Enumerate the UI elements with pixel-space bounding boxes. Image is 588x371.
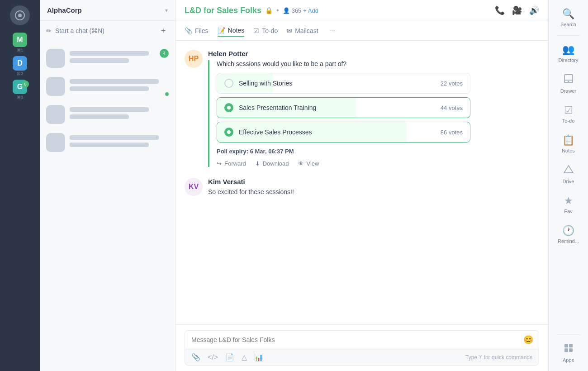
poll-container: Which sessions would you like to be a pa…	[208, 60, 470, 167]
document-icon[interactable]: 📄	[225, 353, 234, 361]
tab-mailcast-label: Mailcast	[295, 27, 318, 34]
sidebar-line	[70, 58, 129, 63]
drawer-icon	[564, 74, 574, 86]
tab-files-label: Files	[195, 27, 209, 34]
message-input-box: 😊 📎 </> 📄 △ 📊 Type '/' for quick command…	[185, 330, 539, 366]
poll-option-3[interactable]: Effective Sales Processes 86 votes	[217, 122, 470, 143]
drive-icon	[564, 164, 574, 177]
view-button[interactable]: 👁 View	[298, 160, 319, 167]
workspace-g[interactable]: G ⌘3 8	[10, 80, 30, 100]
forward-icon: ↪	[217, 160, 222, 167]
poll-votes-2: 44 votes	[441, 105, 463, 111]
list-item[interactable]	[40, 100, 175, 128]
tab-notes[interactable]: 📝 Notes	[218, 25, 245, 37]
poll-question: Which sessions would you like to be a pa…	[217, 60, 470, 67]
sidebar-line	[70, 51, 149, 56]
workspace-shortcut-1: ⌘1	[17, 48, 23, 52]
unread-dot	[165, 92, 169, 96]
right-panel-drawer[interactable]: Drawer	[552, 69, 585, 98]
poll-radio-3	[224, 128, 233, 137]
drawer-label: Drawer	[560, 88, 576, 94]
poll-expiry: Poll expiry: 6 Mar, 06:37 PM	[217, 148, 470, 155]
channel-actions: 📞 🎥 🔊	[495, 5, 539, 15]
video-icon[interactable]: 🎥	[512, 5, 522, 15]
separator-dot: •	[276, 6, 279, 14]
workspace-shortcut-2: ⌘2	[17, 71, 23, 76]
toolbar-icons: 📎 </> 📄 △ 📊	[191, 353, 263, 361]
right-panel-search[interactable]: 🔍 Search	[552, 4, 585, 32]
edit-icon: ✏	[46, 27, 52, 34]
right-panel: 🔍 Search 👥 Directory Drawer ☑ To-do 📋 No…	[548, 0, 588, 371]
sidebar-text	[70, 79, 169, 94]
notes-icon: 📝	[218, 27, 225, 34]
mailcast-icon: ✉	[287, 27, 292, 34]
right-panel-todo[interactable]: ☑ To-do	[552, 100, 585, 128]
sidebar-list: 4	[40, 41, 175, 371]
right-panel-notes[interactable]: 📋 Notes	[552, 130, 585, 158]
channel-members: 👤 365 + Add	[283, 7, 318, 14]
poll-option-1[interactable]: Selling with Stories 22 votes	[217, 73, 470, 94]
svg-rect-6	[564, 344, 568, 347]
forward-button[interactable]: ↪ Forward	[217, 160, 246, 167]
logo-icon[interactable]	[10, 5, 30, 25]
workspace-m[interactable]: M ⌘1	[10, 33, 30, 52]
poll-option-2[interactable]: Sales Presentation Training 44 votes	[217, 97, 470, 118]
sidebar: AlphaCorp ▾ ✏ Start a chat (⌘N) + 4	[40, 0, 175, 371]
attach-icon[interactable]: 📎	[191, 353, 200, 361]
sidebar-text	[70, 51, 169, 66]
mute-icon[interactable]: 🔊	[529, 5, 539, 15]
poll-radio-2	[224, 103, 233, 112]
download-label: Download	[263, 160, 289, 167]
search-label: Search	[560, 22, 576, 27]
sidebar-line	[70, 143, 149, 147]
new-chat-button[interactable]: ✏ Start a chat (⌘N)	[46, 27, 158, 34]
svg-rect-7	[569, 344, 573, 347]
todo-panel-label: To-do	[562, 118, 575, 124]
icon-bar: M ⌘1 D ⌘2 G ⌘3 8	[0, 0, 40, 371]
chevron-down-icon[interactable]: ▾	[165, 7, 168, 14]
svg-rect-9	[569, 348, 573, 352]
avatar	[46, 133, 65, 152]
workspace-shortcut-3: ⌘3	[17, 95, 23, 100]
notes-panel-label: Notes	[562, 148, 575, 153]
add-chat-button[interactable]: +	[158, 25, 169, 36]
svg-marker-5	[564, 166, 573, 173]
channel-header: L&D for Sales Folks 🔒 • 👤 365 + Add 📞 🎥 …	[175, 0, 548, 21]
drive-toolbar-icon[interactable]: △	[242, 353, 247, 361]
download-button[interactable]: ⬇ Download	[255, 160, 289, 167]
phone-icon[interactable]: 📞	[495, 5, 505, 15]
message-input-wrapper: 😊	[185, 331, 539, 349]
workspace-d[interactable]: D ⌘2	[10, 56, 30, 76]
right-panel-directory[interactable]: 👥 Directory	[552, 39, 585, 67]
list-item[interactable]: 4	[40, 44, 175, 72]
main-content: L&D for Sales Folks 🔒 • 👤 365 + Add 📞 🎥 …	[175, 0, 548, 371]
add-member-button[interactable]: + Add	[303, 7, 318, 14]
svg-point-1	[18, 14, 22, 17]
list-item[interactable]	[40, 72, 175, 100]
code-icon[interactable]: </>	[208, 353, 218, 361]
tab-todo[interactable]: ☑ To-do	[253, 25, 278, 36]
message-content-helen: Helen Potter Which sessions would you li…	[208, 50, 539, 167]
more-options-icon[interactable]: ···	[329, 27, 335, 35]
tab-notes-label: Notes	[228, 27, 245, 34]
tab-files[interactable]: 📎 Files	[185, 25, 209, 36]
right-panel-drive[interactable]: Drive	[552, 160, 585, 189]
sidebar-line	[70, 135, 159, 140]
tab-mailcast[interactable]: ✉ Mailcast	[287, 25, 318, 36]
list-item[interactable]	[40, 128, 175, 157]
emoji-icon[interactable]: 😊	[523, 335, 533, 345]
view-label: View	[307, 160, 319, 167]
apps-label: Apps	[563, 357, 574, 363]
right-panel-apps[interactable]: Apps	[552, 338, 585, 367]
forward-label: Forward	[224, 160, 246, 167]
right-panel-fav[interactable]: ★ Fav	[552, 190, 585, 219]
download-icon: ⬇	[255, 160, 260, 167]
avatar-helen: HP	[185, 50, 203, 68]
apps-icon	[564, 343, 574, 356]
workspace-badge: 8	[22, 81, 29, 88]
avatar	[46, 77, 65, 96]
message-input[interactable]	[185, 331, 539, 349]
chart-icon[interactable]: 📊	[254, 353, 263, 361]
right-panel-remind[interactable]: 🕐 Remind...	[552, 220, 585, 248]
remind-label: Remind...	[558, 238, 579, 244]
